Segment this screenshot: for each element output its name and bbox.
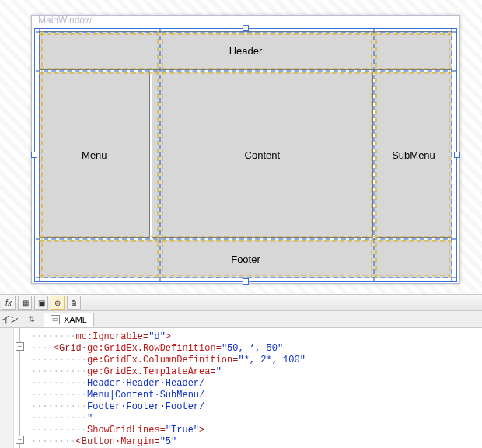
code-line[interactable]: ····<Grid·ge:GridEx.RowDefinition="50, *… — [31, 343, 477, 355]
split-tabbar: イン ⇅ ▭ XAML — [0, 311, 482, 328]
cell-content[interactable]: Content — [152, 72, 373, 238]
code-editor[interactable]: − − ········mc:Ignorable="d">····<Grid·g… — [0, 328, 482, 448]
code-line[interactable]: ··········Footer·Footer·Footer/ — [31, 401, 477, 413]
app-root: MainWindow Header Menu Content SubMenu F… — [0, 0, 482, 448]
breakpoint-gutter[interactable] — [0, 328, 14, 448]
code-line[interactable]: ··········Header·Header·Header/ — [31, 378, 477, 390]
fx-icon: fx — [5, 299, 12, 307]
layout-grid: Header Menu Content SubMenu Footer — [39, 31, 452, 278]
paste-button[interactable]: 🗎 — [67, 296, 81, 310]
cell-label: SubMenu — [392, 149, 435, 161]
grid-icon: ▦ — [22, 299, 29, 307]
cell-label: Footer — [231, 254, 260, 265]
cell-footer[interactable]: Footer — [39, 240, 452, 278]
resize-handle-n[interactable] — [243, 25, 249, 31]
code-line[interactable]: ········<Button·Margin="5" — [31, 436, 477, 448]
xaml-tab-label: XAML — [64, 315, 87, 324]
fold-gutter[interactable]: − − — [14, 328, 26, 448]
code-body[interactable]: ········mc:Ignorable="d">····<Grid·ge:Gr… — [26, 328, 482, 448]
resize-handle-e[interactable] — [454, 152, 460, 158]
code-line[interactable]: ··········" — [31, 413, 477, 425]
grid4-button[interactable]: ▣ — [34, 296, 48, 310]
code-line[interactable]: ··········Menu|Content·SubMenu/ — [31, 390, 477, 401]
swap-panes-button[interactable]: ⇅ — [25, 313, 37, 326]
grid-icon: ▣ — [38, 299, 45, 307]
grid9-button[interactable]: ▦ — [18, 296, 32, 310]
xaml-icon: ▭ — [51, 315, 60, 324]
fold-toggle[interactable]: − — [16, 342, 24, 351]
xaml-tab[interactable]: ▭ XAML — [44, 313, 94, 327]
fold-toggle[interactable]: − — [16, 436, 24, 444]
designer-toolbar: fx ▦ ▣ ⊕ 🗎 — [0, 294, 482, 311]
resize-handle-s[interactable] — [243, 278, 249, 285]
cell-label: Header — [229, 45, 263, 57]
cell-header[interactable]: Header — [39, 31, 452, 70]
cell-menu[interactable]: Menu — [39, 72, 150, 238]
cell-label: Content — [245, 149, 281, 161]
designer-surface[interactable]: MainWindow Header Menu Content SubMenu F… — [0, 0, 482, 294]
code-line[interactable]: ········mc:Ignorable="d"> — [31, 331, 477, 343]
doc-icon: 🗎 — [70, 299, 78, 307]
align-icon: ⊕ — [54, 299, 61, 307]
design-tab-label[interactable]: イン — [2, 313, 19, 325]
cell-label: Menu — [82, 149, 107, 161]
window-title: MainWindow — [38, 15, 92, 26]
resize-handle-w[interactable] — [31, 152, 37, 158]
code-line[interactable]: ··········ShowGridLines="True"> — [31, 425, 477, 436]
code-line[interactable]: ··········ge:GridEx.TemplateArea=" — [31, 366, 477, 378]
fx-button[interactable]: fx — [2, 296, 16, 310]
cell-submenu[interactable]: SubMenu — [375, 72, 452, 238]
align-button[interactable]: ⊕ — [51, 296, 65, 310]
code-line[interactable]: ··········ge:GridEx.ColumnDefinition="*,… — [31, 355, 477, 366]
